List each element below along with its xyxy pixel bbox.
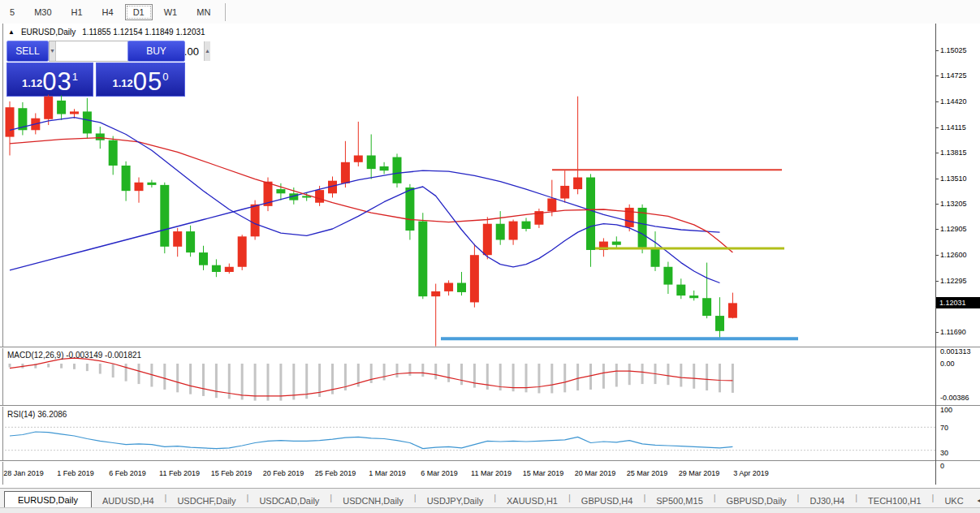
price-tick-label: 1.12295 bbox=[940, 277, 967, 285]
chart-tab-sp500-m15[interactable]: SP500,M15 bbox=[645, 493, 713, 508]
chart-tab-gbpusd-daily[interactable]: GBPUSD,Daily bbox=[716, 493, 797, 508]
chart-tab-gbpusd-h4[interactable]: GBPUSD,H4 bbox=[571, 493, 644, 508]
price-tick-mark bbox=[935, 255, 939, 256]
price-tick-mark bbox=[935, 204, 939, 205]
date-tick-label: 11 Feb 2019 bbox=[159, 469, 200, 477]
price-tick-label: 1.14725 bbox=[940, 71, 967, 80]
date-tick-label: 15 Feb 2019 bbox=[211, 469, 253, 477]
chart-tab-usdjpy-daily[interactable]: USDJPY,Daily bbox=[417, 493, 494, 508]
date-tick-label: 25 Feb 2019 bbox=[315, 469, 356, 477]
timeframe-button-w1[interactable]: W1 bbox=[156, 4, 186, 20]
timeframe-buttons: 5M30H1H4D1W1MN bbox=[0, 4, 220, 20]
price-tick-label: 1.13815 bbox=[940, 149, 967, 157]
current-price-badge: 1.12031 bbox=[936, 297, 980, 308]
price-tick-mark bbox=[935, 127, 939, 128]
price-tick-mark bbox=[935, 153, 939, 153]
price-tick-label: 1.15025 bbox=[940, 46, 967, 54]
rsi-header: RSI(14) 36.2086 bbox=[7, 410, 67, 419]
trading-platform-window: 5M30H1H4D1W1MN ▲ EURUSD,Daily 1.11855 1.… bbox=[0, 0, 980, 513]
date-tick-label: 1 Mar 2019 bbox=[369, 469, 406, 477]
timeframe-toolbar: 5M30H1H4D1W1MN bbox=[0, 0, 980, 24]
date-tick-label: 1 Feb 2019 bbox=[57, 469, 94, 477]
date-tick-label: 6 Mar 2019 bbox=[421, 469, 458, 477]
timeframe-button-5[interactable]: 5 bbox=[2, 4, 23, 20]
chart-tab-xauusd-h1[interactable]: XAUUSD,H1 bbox=[496, 493, 568, 508]
chart-tab-bar: EURUSD,DailyAUDUSD,H4|USDCHF,Daily|USDCA… bbox=[0, 488, 980, 508]
date-tick-label: 6 Feb 2019 bbox=[109, 469, 146, 477]
timeframe-button-m30[interactable]: M30 bbox=[26, 4, 59, 20]
chart-tab-tech100-h1[interactable]: TECH100,H1 bbox=[857, 493, 931, 508]
toolbar-separator bbox=[225, 3, 226, 21]
chart-canvas[interactable] bbox=[0, 24, 980, 511]
status-strip bbox=[0, 507, 980, 513]
chart-tab-usdcad-daily[interactable]: USDCAD,Daily bbox=[248, 493, 330, 508]
price-tick-label: 1.13205 bbox=[940, 200, 967, 208]
timeframe-button-h4[interactable]: H4 bbox=[94, 4, 122, 20]
price-tick-label: 1.11690 bbox=[940, 328, 966, 336]
price-tick-mark bbox=[935, 281, 939, 282]
chart-tab-audusd-h4[interactable]: AUDUSD,H4 bbox=[92, 493, 165, 508]
panel-divider-highlight bbox=[0, 347, 980, 348]
price-axis-border bbox=[935, 24, 936, 485]
tab-scroll-left-icon[interactable]: ◂ bbox=[974, 493, 980, 508]
price-tick-label: 1.12905 bbox=[940, 225, 967, 233]
price-tick-mark bbox=[935, 179, 939, 179]
date-tick-label: 3 Apr 2019 bbox=[733, 469, 769, 477]
indicator-tick-label: 0 bbox=[940, 462, 944, 470]
timeframe-button-mn[interactable]: MN bbox=[188, 4, 218, 20]
date-tick-label: 11 Mar 2019 bbox=[471, 469, 512, 477]
indicator-tick-label: -0.00386 bbox=[940, 394, 969, 402]
indicator-tick-label: 70 bbox=[940, 424, 948, 432]
macd-header: MACD(12,26,9) -0.003149 -0.001821 bbox=[7, 351, 141, 360]
price-tick-label: 1.13510 bbox=[940, 175, 967, 183]
price-tick-label: 1.12600 bbox=[940, 251, 967, 259]
price-tick-mark bbox=[935, 101, 939, 102]
date-tick-label: 20 Feb 2019 bbox=[263, 469, 304, 477]
price-tick-mark bbox=[935, 50, 939, 51]
chart-window: ▲ EURUSD,Daily 1.11855 1.12154 1.11849 1… bbox=[0, 24, 980, 488]
chart-tab-dj30-h4[interactable]: DJ30,H4 bbox=[799, 493, 855, 508]
indicator-tick-label: 100 bbox=[940, 406, 952, 414]
chart-tab-eurusd-daily[interactable]: EURUSD,Daily bbox=[4, 491, 92, 508]
indicator-tick-label: 30 bbox=[940, 449, 948, 457]
price-tick-mark bbox=[935, 229, 939, 230]
panel-divider-highlight bbox=[0, 406, 980, 407]
price-tick-label: 1.14420 bbox=[940, 97, 967, 106]
chart-tab-usdcnh-daily[interactable]: USDCNH,Daily bbox=[332, 493, 414, 508]
indicator-tick-label: 0.001313 bbox=[940, 347, 971, 356]
date-tick-label: 20 Mar 2019 bbox=[575, 469, 616, 477]
timeframe-button-d1[interactable]: D1 bbox=[125, 4, 153, 20]
chart-tab-ukc[interactable]: UKC bbox=[934, 493, 974, 508]
date-tick-label: 28 Jan 2019 bbox=[3, 469, 44, 477]
price-tick-label: 1.14115 bbox=[940, 123, 966, 131]
date-tick-label: 29 Mar 2019 bbox=[679, 469, 720, 477]
date-tick-label: 15 Mar 2019 bbox=[523, 469, 564, 477]
chart-tab-usdchf-daily[interactable]: USDCHF,Daily bbox=[166, 493, 246, 508]
date-tick-label: 25 Mar 2019 bbox=[627, 469, 668, 477]
timeframe-button-h1[interactable]: H1 bbox=[63, 4, 91, 20]
price-tick-mark bbox=[935, 75, 939, 76]
indicator-tick-label: 0.00 bbox=[940, 360, 955, 368]
price-tick-mark bbox=[935, 332, 939, 333]
panel-divider-highlight bbox=[0, 461, 980, 462]
